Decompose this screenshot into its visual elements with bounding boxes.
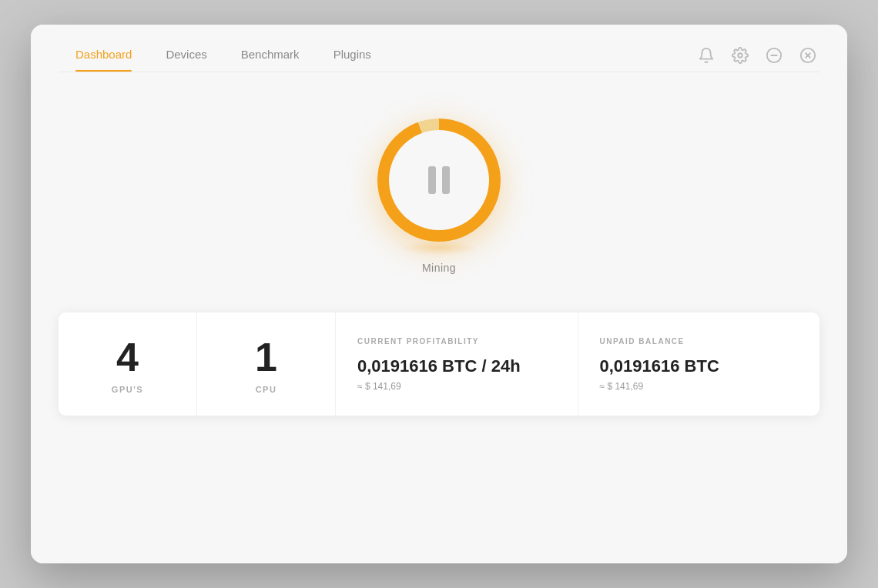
bell-button[interactable] (695, 44, 718, 67)
app-window: Dashboard Devices Benchmark Plugins (31, 25, 847, 563)
cpu-label: CPU (256, 385, 277, 394)
pause-bar-right (442, 166, 450, 194)
close-icon (799, 47, 816, 64)
balance-value: 0,0191616 BTC (600, 356, 719, 376)
pause-bar-left (428, 166, 436, 194)
stat-card-gpus: 4 GPU'S (59, 312, 197, 416)
profitability-value: 0,0191616 BTC / 24h (357, 356, 521, 376)
nav-bar: Dashboard Devices Benchmark Plugins (31, 25, 847, 72)
pause-icon (428, 166, 450, 194)
mining-button[interactable] (377, 119, 501, 242)
gpus-label: GPU'S (112, 385, 143, 394)
profitability-title: CURRENT PROFITABILITY (357, 337, 479, 346)
gear-icon (732, 47, 749, 64)
nav-right (695, 44, 819, 67)
settings-button[interactable] (729, 44, 752, 67)
bottom-bar (31, 525, 847, 563)
mining-label: Mining (422, 262, 456, 274)
mining-section: Mining (377, 119, 501, 274)
stat-card-cpu: 1 CPU (197, 312, 336, 416)
minimize-icon (766, 47, 782, 64)
stat-card-profitability: CURRENT PROFITABILITY 0,0191616 BTC / 24… (336, 312, 578, 416)
svg-point-0 (738, 53, 742, 58)
mining-button-wrap (377, 119, 501, 242)
profitability-usd: ≈ $ 141,69 (357, 381, 401, 392)
balance-usd: ≈ $ 141,69 (600, 381, 644, 392)
close-button[interactable] (796, 44, 819, 67)
main-content: Mining 4 GPU'S 1 CPU CURRENT PROFITABILI… (31, 72, 847, 525)
minimize-button[interactable] (762, 44, 786, 67)
nav-left: Dashboard Devices Benchmark Plugins (59, 38, 388, 72)
nav-item-devices[interactable]: Devices (149, 38, 223, 72)
nav-item-plugins[interactable]: Plugins (317, 38, 388, 72)
nav-item-dashboard[interactable]: Dashboard (59, 38, 149, 72)
cpu-number: 1 (255, 337, 277, 377)
nav-item-benchmark[interactable]: Benchmark (224, 38, 317, 72)
gpus-number: 4 (116, 337, 139, 377)
bell-icon (698, 47, 715, 64)
balance-title: UNPAID BALANCE (600, 337, 685, 346)
mining-button-inner (389, 130, 489, 230)
stat-card-balance: UNPAID BALANCE 0,0191616 BTC ≈ $ 141,69 (578, 312, 820, 416)
stats-row: 4 GPU'S 1 CPU CURRENT PROFITABILITY 0,01… (59, 312, 819, 416)
